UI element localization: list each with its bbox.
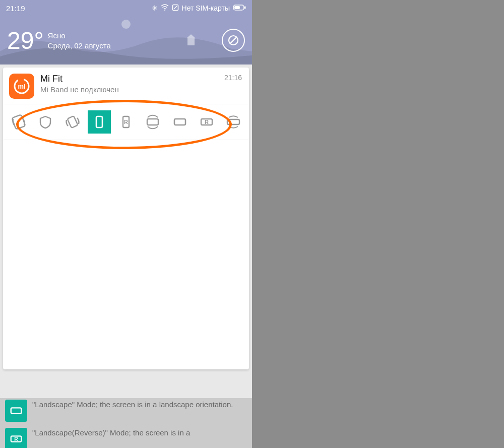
orientation-landscape-r-button[interactable]: [195, 110, 218, 134]
right-screenshot: Пои Популярное YouTube Популярны fFacebo…: [252, 0, 504, 448]
notification-title: Mi Fit: [40, 74, 218, 84]
svg-line-20: [174, 6, 177, 9]
svg-point-18: [164, 9, 165, 10]
left-screenshot: 21:19 ✳ Нет SIM-карты 29° Ясно Среда, 02…: [0, 0, 252, 448]
ghost-row-text: "Landscape(Reverse)" Mode; the screen is…: [32, 428, 190, 438]
mifit-app-icon: [9, 74, 34, 99]
notification-subtitle: Mi Band не подключен: [40, 85, 218, 94]
background-list: "Landscape" Mode; the screen is in a lan…: [3, 397, 249, 448]
no-sim-icon: [172, 4, 179, 13]
clear-all-button[interactable]: [222, 29, 245, 52]
orientation-landscape-alt-button[interactable]: [168, 110, 192, 134]
orientation-guard-button[interactable]: [34, 110, 57, 134]
orientation-portrait-r-button[interactable]: [114, 110, 138, 134]
battery-icon: [233, 4, 246, 12]
svg-rect-22: [244, 7, 246, 9]
orientation-auto-button[interactable]: [7, 110, 30, 134]
svg-rect-23: [234, 6, 240, 9]
status-sim-text: Нет SIM-карты: [182, 4, 230, 12]
notification-time: 21:16: [224, 74, 242, 82]
weather-cond: Ясно: [48, 31, 111, 40]
orientation-landscape-wide-button[interactable]: [222, 110, 245, 134]
weather-temp: 29°: [7, 27, 44, 54]
weather-panel: 29° Ясно Среда, 02 августа: [0, 16, 252, 65]
status-time: 21:19: [6, 4, 25, 13]
orientation-portrait-button[interactable]: [88, 110, 111, 134]
ghost-row-text: "Landscape" Mode; the screen is in a lan…: [32, 400, 233, 410]
orientation-auto2-button[interactable]: [61, 110, 84, 134]
landscape-mode-icon: [5, 400, 27, 422]
landscape-reverse-mode-icon: [5, 428, 27, 448]
notification-card[interactable]: Mi Fit Mi Band не подключен 21:16: [3, 68, 249, 369]
bluetooth-icon: ✳: [152, 4, 158, 12]
weather-date: Среда, 02 августа: [48, 41, 111, 50]
status-bar: 21:19 ✳ Нет SIM-карты: [0, 0, 252, 16]
orientation-toggle-row: [3, 104, 249, 140]
wifi-icon: [161, 4, 169, 13]
orientation-landscape-button[interactable]: [141, 110, 164, 134]
